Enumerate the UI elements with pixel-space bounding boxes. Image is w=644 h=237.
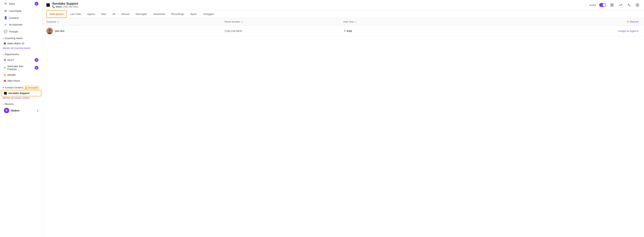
- monitor-contact-centers-link[interactable]: Monitor all contact centers: [0, 96, 42, 101]
- refresh-icon: ↻: [627, 20, 629, 23]
- store-icon-btn[interactable]: [609, 2, 615, 8]
- tab-hold-queue[interactable]: Hold Queue: [46, 10, 67, 18]
- aerolabs-support-icon: [4, 92, 7, 95]
- voice-label: Voice: [56, 6, 62, 8]
- launchpad-icon: ⊞: [4, 9, 7, 13]
- tab-agents[interactable]: Agents: [84, 11, 98, 18]
- contact-centers-label: Contact Centers: [5, 86, 23, 89]
- tab-voicemails[interactable]: Voicemails: [150, 11, 168, 18]
- occupied-badge: 🔔 Occupied: [23, 86, 40, 89]
- dept-color-2: [4, 74, 6, 76]
- table-body: Mila Bell (718) 218-5978 ⏸ 0:22 Assign a…: [42, 26, 644, 237]
- all-channels-icon: #: [4, 23, 7, 26]
- sidebar-item-aerolabs-support[interactable]: Aerolabs Support: [1, 90, 41, 96]
- svg-point-6: [48, 29, 51, 32]
- sidebar-item-contacts[interactable]: 👤 Contacts: [1, 15, 41, 21]
- sort-arrow-customer: ⇅: [58, 21, 59, 23]
- tab-missed[interactable]: Missed: [119, 11, 132, 18]
- sidebar-item-sales-batch[interactable]: Sales Batch 10: [1, 41, 41, 46]
- contact-centers-section[interactable]: ▾ Contact Centers: [3, 86, 23, 89]
- svg-point-4: [637, 5, 638, 6]
- dept-label-2: ARLBS: [7, 74, 38, 76]
- trend-icon-btn[interactable]: [626, 2, 632, 8]
- tab-unlogged[interactable]: Unlogged: [200, 11, 216, 18]
- header-subtitle: 📞 Voice (760) 205-5612: [52, 6, 78, 8]
- svg-rect-1: [612, 4, 613, 5]
- dialbot-badge: 1: [37, 109, 38, 112]
- flag-icon-btn[interactable]: [618, 2, 623, 8]
- tab-all[interactable]: All: [110, 11, 118, 18]
- sidebar-item-launchpad[interactable]: ⊞ Launchpad: [1, 8, 41, 14]
- assign-agent-label: Assign an Agent: [618, 30, 636, 33]
- avatar: [46, 28, 53, 34]
- recents-section[interactable]: › Recents: [0, 101, 42, 106]
- sidebar-item-dialbot[interactable]: D Dialbot 1: [1, 106, 41, 115]
- settings-icon-btn[interactable]: [635, 2, 640, 8]
- svg-rect-0: [610, 4, 612, 5]
- col-hold-header[interactable]: Hold Time ⇅: [343, 21, 462, 23]
- threads-icon: 💬: [4, 30, 7, 33]
- active-toggle[interactable]: [599, 3, 606, 7]
- tab-new[interactable]: New: [98, 11, 109, 18]
- chevron-down-icon: ▾: [637, 30, 638, 33]
- sort-arrow-hold: ⇅: [355, 21, 356, 23]
- header-info: Aerolabs Support 📞 Voice (760) 205-5612: [52, 2, 78, 8]
- actions-cell: Assign an Agent ▾: [462, 29, 640, 33]
- tab-messages[interactable]: Messages: [133, 11, 150, 18]
- tab-live-calls[interactable]: Live Calls: [68, 11, 84, 18]
- table-row: Mila Bell (718) 218-5978 ⏸ 0:22 Assign a…: [42, 26, 644, 36]
- occupied-icon: 🔔: [25, 86, 28, 89]
- dept-label-0: ACCT: [7, 59, 33, 62]
- sales-batch-label: Sales Batch 10: [7, 42, 38, 45]
- aerolabs-support-label: Aerolabs Support: [8, 92, 38, 95]
- main-header: Aerolabs Support 📞 Voice (760) 205-5612 …: [42, 0, 644, 10]
- sidebar-item-inbox-label: Inbox: [9, 2, 33, 5]
- dept-color-0: [4, 59, 6, 61]
- hold-time-cell: ⏸ 0:22: [343, 30, 462, 33]
- main-panel: Aerolabs Support 📞 Voice (760) 205-5612 …: [42, 0, 644, 237]
- recents-label: Recents: [5, 103, 14, 105]
- sidebar-item-dept-3[interactable]: After Hours: [1, 78, 41, 84]
- sidebar-item-dept-1[interactable]: AeroLabs San Francisc... 8: [1, 64, 41, 72]
- departments-list: ACCT 4 AeroLabs San Francisc... 8 ARLBS …: [0, 57, 42, 84]
- chevron-down-icon-dept: ▾: [3, 53, 4, 56]
- departments-section[interactable]: ▾ Departments: [0, 51, 42, 57]
- tab-recordings[interactable]: Recordings: [169, 11, 187, 18]
- page-title: Aerolabs Support: [52, 2, 78, 6]
- chevron-down-icon-cc: ▾: [3, 86, 4, 89]
- tab-spam[interactable]: Spam: [188, 11, 200, 18]
- sidebar: ✉ Inbox 1 ⊞ Launchpad 👤 Contacts # All c…: [0, 0, 42, 237]
- refresh-button[interactable]: ↻ Refresh: [625, 20, 640, 24]
- contact-center-icon: [46, 3, 50, 7]
- dept-color-3: [4, 80, 6, 82]
- dept-badge-1: 8: [34, 66, 38, 70]
- col-customer-header[interactable]: Customer ⇅: [46, 21, 224, 23]
- sidebar-item-launchpad-label: Launchpad: [9, 10, 38, 12]
- sidebar-item-dept-2[interactable]: ARLBS: [1, 72, 41, 78]
- chevron-right-icon: ›: [3, 103, 4, 105]
- sidebar-item-dept-0[interactable]: ACCT 4: [1, 57, 41, 63]
- sidebar-item-threads[interactable]: 💬 Threads: [1, 28, 41, 35]
- sidebar-item-threads-label: Threads: [9, 30, 38, 33]
- sales-batch-color: [4, 43, 6, 45]
- dialbot-avatar: D: [4, 108, 9, 113]
- svg-rect-2: [612, 6, 613, 7]
- inbox-badge: 1: [34, 2, 38, 6]
- occupied-label: Occupied: [28, 87, 38, 89]
- monitor-coaching-link[interactable]: Monitor all coaching teams: [0, 47, 42, 51]
- dept-color-1: [4, 67, 6, 69]
- departments-label: Departments: [5, 53, 19, 56]
- sidebar-item-inbox[interactable]: ✉ Inbox 1: [1, 0, 41, 7]
- pause-icon: ⏸: [343, 30, 346, 32]
- coaching-teams-section[interactable]: ▾ Coaching teams: [0, 35, 42, 41]
- customer-cell: Mila Bell: [46, 28, 224, 34]
- assign-agent-button[interactable]: Assign an Agent ▾: [617, 29, 640, 33]
- phone-number: (760) 205-5612: [62, 6, 78, 8]
- coaching-teams-label: Coaching teams: [5, 37, 23, 40]
- dept-badge-0: 4: [34, 58, 38, 62]
- col-phone-header[interactable]: Phone Number ⇅: [224, 21, 343, 23]
- active-label: Active: [589, 4, 596, 7]
- sidebar-item-all-channels[interactable]: # All channels: [1, 22, 41, 28]
- contact-centers-header: ▾ Contact Centers 🔔 Occupied: [0, 84, 42, 90]
- contacts-icon: 👤: [4, 16, 7, 20]
